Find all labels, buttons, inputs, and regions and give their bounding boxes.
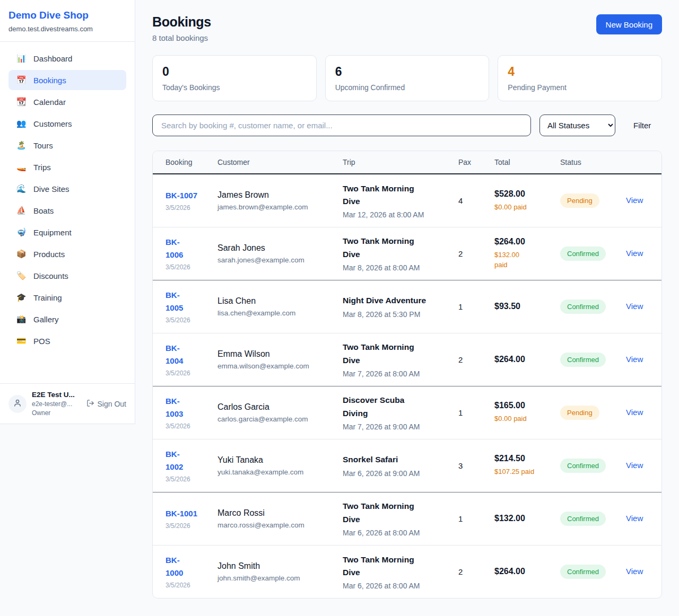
- trip-cell: Discover Scuba DivingMar 7, 2026 at 9:00…: [338, 386, 454, 439]
- customer-name: Marco Rossi: [217, 508, 334, 518]
- sidebar-item-equipment[interactable]: 🤿Equipment: [8, 222, 126, 242]
- customer-cell: Sarah Jonessarah.jones@example.com: [213, 227, 338, 280]
- table-row: BK- 10003/5/2026John Smithjohn.smith@exa…: [153, 545, 661, 598]
- trip-name: Night Dive Adventure: [343, 294, 450, 307]
- paid-amount: $0.00 paid: [494, 413, 552, 424]
- view-link[interactable]: View: [626, 249, 643, 258]
- column-header-actions: [622, 151, 661, 174]
- sidebar-item-calendar[interactable]: 📆Calendar: [8, 92, 126, 112]
- column-header-customer: Customer: [213, 151, 338, 174]
- booking-id-link[interactable]: BK- 1000: [166, 554, 209, 579]
- status-badge: Pending: [560, 406, 599, 420]
- booking-date: 3/5/2026: [166, 369, 209, 377]
- new-booking-button[interactable]: New Booking: [596, 14, 662, 34]
- actions-cell: View: [622, 227, 661, 280]
- filter-button[interactable]: Filter: [633, 121, 651, 130]
- view-link[interactable]: View: [626, 408, 643, 417]
- status-cell: Confirmed: [556, 439, 622, 492]
- booking-id-link[interactable]: BK-1007: [166, 189, 209, 202]
- status-badge: Confirmed: [560, 300, 606, 314]
- table-header-row: BookingCustomerTripPaxTotalStatus: [153, 151, 661, 174]
- stats-row: 0Today's Bookings6Upcoming Confirmed4Pen…: [152, 55, 662, 101]
- sidebar-item-label: Gallery: [33, 315, 59, 324]
- sidebar-item-label: Training: [33, 293, 62, 302]
- sidebar-item-gallery[interactable]: 📸Gallery: [8, 309, 126, 329]
- bookings-table: BookingCustomerTripPaxTotalStatus BK-100…: [153, 151, 661, 598]
- view-link[interactable]: View: [626, 355, 643, 364]
- search-input[interactable]: [152, 115, 531, 136]
- sign-out-button[interactable]: Sign Out: [86, 399, 126, 409]
- trip-cell: Two Tank Morning DiveMar 6, 2026 at 8:00…: [338, 545, 454, 598]
- sidebar-item-dashboard[interactable]: 📊Dashboard: [8, 48, 126, 68]
- speedboat-icon: 🚤: [16, 162, 27, 172]
- booking-date: 3/5/2026: [166, 582, 209, 589]
- status-cell: Pending: [556, 386, 622, 439]
- view-link[interactable]: View: [626, 567, 643, 576]
- booking-id-link[interactable]: BK- 1005: [166, 289, 209, 314]
- trip-name: Two Tank Morning Dive: [343, 235, 450, 260]
- pax-cell: 2: [454, 545, 490, 598]
- customer-name: Sarah Jones: [217, 243, 334, 253]
- customer-email: carlos.garcia@example.com: [217, 415, 334, 423]
- table-row: BK-10013/5/2026Marco Rossimarco.rossi@ex…: [153, 492, 661, 545]
- trip-name: Two Tank Morning Dive: [343, 182, 450, 208]
- sidebar-item-dive-sites[interactable]: 🌊Dive Sites: [8, 179, 126, 199]
- customer-name: John Smith: [217, 561, 334, 571]
- customer-name: Emma Wilson: [217, 349, 334, 359]
- status-select[interactable]: All Statuses: [539, 115, 615, 136]
- booking-id-link[interactable]: BK- 1004: [166, 342, 209, 367]
- sidebar-item-label: Equipment: [33, 228, 72, 237]
- tear-off-calendar-icon: 📆: [16, 97, 27, 107]
- sidebar-item-boats[interactable]: ⛵Boats: [8, 200, 126, 221]
- page-header: Bookings 8 total bookings New Booking: [152, 14, 662, 42]
- sidebar: Demo Dive Shop demo.test.divestreams.com…: [0, 0, 135, 424]
- customer-email: james.brown@example.com: [217, 203, 334, 211]
- view-link[interactable]: View: [626, 302, 643, 311]
- booking-id-link[interactable]: BK- 1003: [166, 395, 209, 420]
- sidebar-item-training[interactable]: 🎓Training: [8, 287, 126, 307]
- sidebar-item-label: Customers: [33, 119, 72, 128]
- sidebar-item-customers[interactable]: 👥Customers: [8, 113, 126, 134]
- trip-datetime: Mar 6, 2026 at 9:00 AM: [343, 469, 450, 478]
- sidebar-item-tours[interactable]: 🏝️Tours: [8, 135, 126, 155]
- customer-email: lisa.chen@example.com: [217, 309, 334, 317]
- stat-value: 0: [162, 65, 307, 79]
- view-link[interactable]: View: [626, 514, 643, 523]
- calendar-icon: 📅: [16, 75, 27, 85]
- booking-cell: BK- 10023/5/2026: [153, 439, 213, 492]
- sidebar-item-trips[interactable]: 🚤Trips: [8, 157, 126, 177]
- stat-card-today-s-bookings: 0Today's Bookings: [152, 55, 317, 101]
- sidebar-item-pos[interactable]: 💳POS: [8, 331, 126, 351]
- column-header-total: Total: [490, 151, 556, 174]
- booking-id-link[interactable]: BK- 1002: [166, 448, 209, 473]
- sidebar-item-discounts[interactable]: 🏷️Discounts: [8, 266, 126, 286]
- total-cell: $165.00$0.00 paid: [490, 386, 556, 439]
- column-header-trip: Trip: [338, 151, 454, 174]
- shop-name: Demo Dive Shop: [8, 10, 126, 21]
- sidebar-item-label: Products: [33, 250, 65, 259]
- package-icon: 📦: [16, 249, 27, 259]
- column-header-pax: Pax: [454, 151, 490, 174]
- view-link[interactable]: View: [626, 196, 643, 205]
- sidebar-item-bookings[interactable]: 📅Bookings: [8, 70, 126, 90]
- sidebar-item-label: Dive Sites: [33, 184, 69, 193]
- trip-datetime: Mar 8, 2026 at 5:30 PM: [343, 310, 450, 319]
- trip-name: Discover Scuba Diving: [343, 394, 450, 419]
- status-cell: Confirmed: [556, 333, 622, 386]
- user-role: Owner: [32, 409, 75, 417]
- booking-date: 3/5/2026: [166, 316, 209, 324]
- actions-cell: View: [622, 280, 661, 333]
- booking-cell: BK- 10003/5/2026: [153, 545, 213, 598]
- status-cell: Pending: [556, 174, 622, 227]
- booking-cell: BK- 10033/5/2026: [153, 386, 213, 439]
- user-name: E2E Test U...: [32, 391, 75, 399]
- customer-email: sarah.jones@example.com: [217, 256, 334, 264]
- status-badge: Confirmed: [560, 353, 606, 367]
- sidebar-item-products[interactable]: 📦Products: [8, 244, 126, 264]
- table-row: BK- 10043/5/2026Emma Wilsonemma.wilson@e…: [153, 333, 661, 386]
- trip-name: Two Tank Morning Dive: [343, 500, 450, 525]
- booking-id-link[interactable]: BK-1001: [166, 507, 209, 520]
- pax-cell: 1: [454, 492, 490, 545]
- view-link[interactable]: View: [626, 461, 643, 470]
- booking-id-link[interactable]: BK- 1006: [166, 236, 209, 261]
